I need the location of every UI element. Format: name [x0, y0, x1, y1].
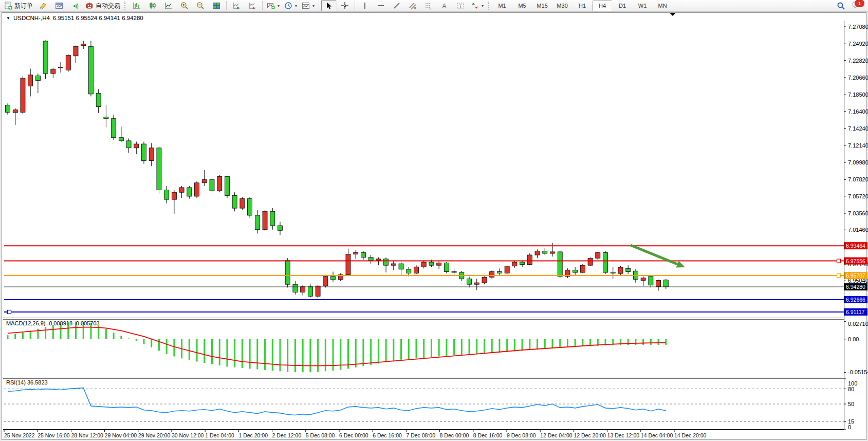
- timeframe-button-M5[interactable]: M5: [512, 1, 532, 11]
- svg-text:9 Dec 08:00: 9 Dec 08:00: [507, 432, 536, 438]
- svg-text:7.18500: 7.18500: [848, 91, 868, 98]
- zoom-in-button[interactable]: [177, 0, 192, 11]
- chart-header[interactable]: ▼ USDCNH-,H4 6.95151 6.95524 6.94141 6.9…: [6, 15, 143, 21]
- timeframe-group: M1M5M15M30H1H4D1W1MN: [492, 1, 672, 11]
- candlestick-chart-button[interactable]: [145, 0, 160, 11]
- indicators-button[interactable]: ▾: [265, 0, 282, 11]
- zoom-out-button[interactable]: [193, 0, 208, 11]
- periods-button[interactable]: ▾: [282, 0, 299, 11]
- hline-selection-marker[interactable]: [837, 274, 841, 278]
- bar-chart-button[interactable]: [129, 0, 144, 11]
- notification-badge: 1: [855, 0, 864, 7]
- eraser-icon: [39, 2, 47, 10]
- timeframe-button-D1[interactable]: D1: [613, 1, 632, 11]
- templates-button[interactable]: ▾: [300, 0, 317, 11]
- channel-tool-button[interactable]: E: [405, 0, 420, 11]
- svg-text:5 Dec 08:00: 5 Dec 08:00: [306, 432, 335, 438]
- timeframe-button-W1[interactable]: W1: [633, 1, 652, 11]
- svg-text:25 Nov 2022: 25 Nov 2022: [4, 432, 35, 438]
- trendline-icon: [393, 2, 401, 10]
- text-label-tool-button[interactable]: T: [453, 0, 468, 11]
- svg-text:2 Dec 12:00: 2 Dec 12:00: [272, 432, 302, 438]
- svg-text:14 Dec 20:00: 14 Dec 20:00: [674, 432, 707, 438]
- timeframe-button-H1[interactable]: H1: [572, 1, 592, 11]
- search-button[interactable]: [833, 0, 848, 11]
- svg-text:A: A: [442, 3, 447, 10]
- line-chart-icon: [164, 2, 173, 10]
- svg-text:12 Dec 04:00: 12 Dec 04:00: [540, 432, 572, 438]
- horizontal-line-tool-button[interactable]: [373, 0, 389, 11]
- vertical-line-tool-button[interactable]: [357, 0, 373, 11]
- svg-text:6.92666: 6.92666: [846, 297, 865, 303]
- tile-windows-icon: [212, 2, 220, 10]
- svg-text:28 Nov 12:00: 28 Nov 12:00: [71, 432, 103, 438]
- toolbar-separator: [226, 1, 227, 10]
- crosshair-icon: [341, 2, 349, 10]
- svg-text:6 Dec 00:00: 6 Dec 00:00: [339, 432, 368, 438]
- svg-text:E: E: [414, 7, 416, 10]
- main-toolbar: 新订单 自动交易: [0, 0, 868, 12]
- trendline-tool-button[interactable]: [389, 0, 404, 11]
- timeframe-button-H4[interactable]: H4: [593, 1, 612, 11]
- auto-trading-button[interactable]: 自动交易: [83, 0, 122, 11]
- signal-icon: [71, 2, 79, 10]
- arrows-tool-button[interactable]: ▾: [469, 0, 486, 11]
- equidistant-channel-icon: E: [409, 2, 417, 10]
- trading-terminal: 新订单 自动交易: [0, 0, 868, 441]
- auto-scroll-button[interactable]: [229, 0, 244, 11]
- arrows-icon: [471, 2, 479, 10]
- tile-windows-button[interactable]: [209, 0, 224, 11]
- svg-text:6.94280: 6.94280: [846, 284, 865, 290]
- rsi-label: RSI(14) 36.5823: [6, 379, 48, 385]
- crosshair-tool-button[interactable]: [337, 0, 353, 11]
- zoom-in-icon: [180, 2, 189, 10]
- timeframe-button-M30[interactable]: M30: [552, 1, 572, 11]
- cursor-icon: [325, 2, 333, 10]
- chevron-down-icon: ▾: [312, 4, 315, 8]
- zoom-out-icon: [196, 2, 205, 10]
- toolbar-separator: [319, 1, 319, 10]
- signal-button[interactable]: [67, 0, 83, 11]
- svg-text:7.27080: 7.27080: [848, 24, 868, 30]
- chevron-down-icon: ▾: [278, 4, 280, 8]
- chat-button[interactable]: 1: [852, 1, 863, 11]
- svg-text:8 Dec 00:00: 8 Dec 00:00: [440, 432, 469, 438]
- chevron-down-icon: ▾: [482, 4, 484, 8]
- line-chart-button[interactable]: [161, 0, 176, 11]
- new-order-button[interactable]: 新订单: [2, 0, 35, 11]
- chart-plot-area[interactable]: [4, 21, 844, 429]
- timeframe-button-MN[interactable]: MN: [653, 1, 672, 11]
- svg-text:1 Dec 20:00: 1 Dec 20:00: [238, 432, 268, 438]
- vertical-line-icon: [361, 2, 369, 10]
- fibonacci-tool-button[interactable]: F: [421, 0, 436, 11]
- new-order-icon: [4, 2, 12, 10]
- auto-trading-label: 自动交易: [96, 2, 120, 10]
- toolbar-separator: [355, 1, 355, 10]
- text-tool-button[interactable]: A: [437, 0, 452, 11]
- svg-text:-0.051546: -0.051546: [848, 369, 868, 375]
- svg-text:6.97556: 6.97556: [846, 258, 865, 264]
- svg-text:6.91117: 6.91117: [846, 309, 865, 315]
- svg-text:7.24920: 7.24920: [848, 41, 868, 47]
- timeframe-button-M1[interactable]: M1: [492, 1, 512, 11]
- svg-text:0.00: 0.00: [848, 336, 859, 342]
- quotes-button[interactable]: [35, 0, 51, 11]
- text-icon: A: [440, 2, 449, 10]
- cursor-tool-button[interactable]: [321, 0, 337, 11]
- chart-shift-icon: [248, 2, 256, 10]
- chart-dropdown-icon[interactable]: ▼: [6, 16, 10, 21]
- charts-window-button[interactable]: [51, 0, 67, 11]
- hline-selection-marker[interactable]: [837, 259, 841, 263]
- svg-text:29 Nov 04:00: 29 Nov 04:00: [105, 432, 137, 438]
- timeframe-button-M15[interactable]: M15: [532, 1, 552, 11]
- svg-text:7.01460: 7.01460: [848, 227, 868, 233]
- svg-text:7.03560: 7.03560: [848, 210, 868, 216]
- chart-shift-button[interactable]: [245, 0, 260, 11]
- candlestick-chart-icon: [149, 2, 157, 10]
- svg-text:7.14240: 7.14240: [848, 125, 868, 132]
- hline-selection-marker[interactable]: [8, 310, 11, 314]
- chart-canvas[interactable]: 7.270807.249207.228207.206607.185007.164…: [0, 0, 868, 441]
- svg-text:25 Nov 16:00: 25 Nov 16:00: [38, 432, 70, 438]
- svg-text:30 Nov 12:00: 30 Nov 12:00: [172, 432, 204, 438]
- svg-text:7.05720: 7.05720: [848, 193, 868, 199]
